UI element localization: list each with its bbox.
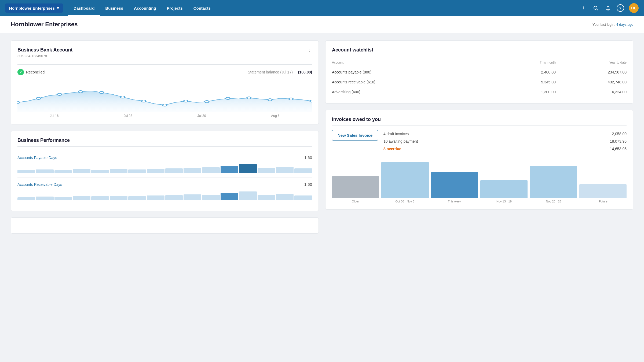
svg-point-2 <box>608 10 609 10</box>
awaiting-amount: 18,073.95 <box>610 138 627 145</box>
watchlist-month-1: 5,345.00 <box>496 77 556 87</box>
bell-icon[interactable] <box>604 4 612 12</box>
last-login-label: Your last login: <box>592 23 615 27</box>
page-header: Hornblower Enterprises Your last login: … <box>0 16 644 33</box>
statement-value: (100.00) <box>298 70 312 74</box>
overdue-label: 8 overdue <box>383 145 401 153</box>
nav-actions: + ? HE <box>580 3 639 13</box>
bar-label-0: Older <box>332 200 379 203</box>
svg-point-10 <box>163 104 167 106</box>
svg-point-17 <box>310 100 312 102</box>
bank-account-number: 306-234-12345678 <box>17 54 72 58</box>
perf-row-0: Accounts Payable Days 1.60 <box>17 151 312 178</box>
last-login: Your last login: 4 days ago <box>592 23 633 27</box>
nav-dashboard[interactable]: Dashboard <box>68 0 100 16</box>
navbar: Hornblower Enterprises ▾ Dashboard Busin… <box>0 0 644 16</box>
watchlist-col-ytd: Year to date <box>556 61 627 67</box>
bank-status: ✓ Reconciled Statement balance (Jul 17) … <box>17 69 312 75</box>
main-content: Business Bank Account 306-234-12345678 ⋮… <box>0 33 644 241</box>
invoices-title: Invoices owed to you <box>332 117 627 122</box>
page-title: Hornblower Enterprises <box>11 21 78 28</box>
invoice-bar-nov13 <box>480 158 528 198</box>
svg-point-14 <box>247 97 251 99</box>
watchlist-account-2: Advertising (400) <box>332 87 496 97</box>
mini-bar-chart-0 <box>17 162 312 173</box>
perf-row-1: Accounts Receivable Days 1.60 <box>17 178 312 204</box>
reconciled-label: Reconciled <box>26 70 45 74</box>
avatar[interactable]: HE <box>629 3 639 13</box>
chart-labels: Jul 16 Jul 23 Jul 30 Aug 6 <box>17 114 312 118</box>
nav-accounting[interactable]: Accounting <box>129 0 162 16</box>
watchlist-row-1: Accounts receivable (610) 5,345.00 432,7… <box>332 77 627 87</box>
watchlist-col-account: Account <box>332 61 496 67</box>
watchlist-row-0: Accounts payable (800) 2,400.00 234,567.… <box>332 67 627 77</box>
invoice-bar-thisweek <box>431 158 478 198</box>
new-invoice-button[interactable]: New Sales Invoice <box>332 130 378 141</box>
bank-card-title: Business Bank Account <box>17 47 72 53</box>
performance-title: Business Performance <box>17 138 312 143</box>
chart-label-3: Aug 6 <box>271 114 279 118</box>
invoice-stats: 4 draft invoices 2,058.00 10 awaiting pa… <box>383 130 627 153</box>
invoice-bar-chart: Older Oct 30 - Nov 5 This week Nov 13 - … <box>332 158 627 203</box>
draft-label: 4 draft invoices <box>383 130 409 138</box>
brand-chevron: ▾ <box>57 6 59 10</box>
statement-balance: Statement balance (Jul 17) (100.00) <box>248 70 312 74</box>
bar-label-5: Future <box>580 200 627 203</box>
brand-button[interactable]: Hornblower Enterprises ▾ <box>5 3 63 13</box>
nav-contacts[interactable]: Contacts <box>188 0 216 16</box>
watchlist-card: Account watchlist Account This month Yea… <box>325 40 633 104</box>
svg-point-0 <box>594 6 597 9</box>
invoice-bar-nov20 <box>530 158 577 198</box>
perf-label-1[interactable]: Accounts Receivable Days <box>17 182 62 187</box>
perf-header-0: Accounts Payable Days 1.60 <box>17 155 312 160</box>
bar-labels: Older Oct 30 - Nov 5 This week Nov 13 - … <box>332 200 627 203</box>
watchlist-ytd-2: 6,324.00 <box>556 87 627 97</box>
chart-label-0: Jul 16 <box>50 114 58 118</box>
sparkline-chart <box>17 80 312 112</box>
add-icon[interactable]: + <box>580 4 587 12</box>
help-icon[interactable]: ? <box>617 4 624 12</box>
chart-label-1: Jul 23 <box>124 114 132 118</box>
perf-value-0: 1.60 <box>304 155 312 160</box>
svg-point-12 <box>205 101 209 103</box>
nav-business[interactable]: Business <box>100 0 129 16</box>
watchlist-account-0: Accounts payable (800) <box>332 67 496 77</box>
svg-point-7 <box>100 91 104 94</box>
perf-value-1: 1.60 <box>304 182 312 187</box>
bar-label-2: This week <box>431 200 478 203</box>
perf-label-0[interactable]: Accounts Payable Days <box>17 156 57 160</box>
invoice-top: New Sales Invoice 4 draft invoices 2,058… <box>332 130 627 153</box>
bank-card-menu[interactable]: ⋮ <box>307 47 312 52</box>
search-icon[interactable] <box>592 4 599 12</box>
draft-amount: 2,058.00 <box>612 130 627 138</box>
svg-point-4 <box>36 97 41 99</box>
invoices-card: Invoices owed to you New Sales Invoice 4… <box>325 110 633 210</box>
last-login-link[interactable]: 4 days ago <box>616 23 633 27</box>
svg-point-11 <box>184 100 188 102</box>
svg-point-9 <box>142 100 146 102</box>
third-card <box>11 217 319 234</box>
watchlist-month-0: 2,400.00 <box>496 67 556 77</box>
watchlist-month-2: 1,300.00 <box>496 87 556 97</box>
svg-point-3 <box>17 101 20 104</box>
nav-links: Dashboard Business Accounting Projects C… <box>68 0 580 16</box>
brand-label: Hornblower Enterprises <box>9 6 55 10</box>
bar-label-4: Nov 20 - 26 <box>530 200 577 203</box>
watchlist-ytd-0: 234,567.00 <box>556 67 627 77</box>
svg-point-13 <box>226 97 230 99</box>
watchlist-account-1: Accounts receivable (610) <box>332 77 496 87</box>
invoice-bar-oct30 <box>381 158 429 198</box>
mini-bar-chart-1 <box>17 189 312 200</box>
nav-projects[interactable]: Projects <box>162 0 188 16</box>
watchlist-title: Account watchlist <box>332 47 627 53</box>
statement-label: Statement balance (Jul 17) <box>248 70 293 74</box>
watchlist-row-2: Advertising (400) 1,300.00 6,324.00 <box>332 87 627 97</box>
watchlist-table: Account This month Year to date Accounts… <box>332 61 627 97</box>
svg-point-15 <box>268 99 272 101</box>
svg-point-16 <box>289 98 293 100</box>
bar-label-3: Nov 13 - 19 <box>481 200 528 203</box>
svg-line-1 <box>597 9 598 10</box>
svg-point-5 <box>57 93 62 95</box>
invoice-bar-older <box>332 158 379 198</box>
check-icon: ✓ <box>17 69 24 75</box>
